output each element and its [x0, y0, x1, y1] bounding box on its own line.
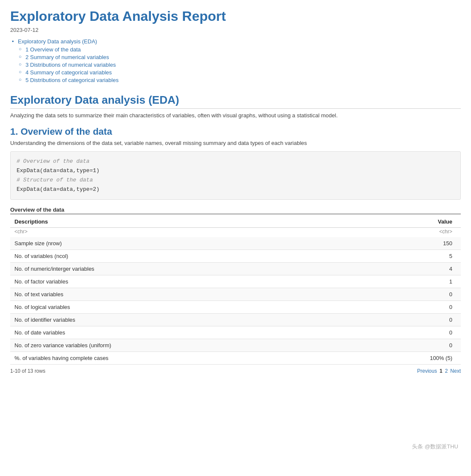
toc-sub-item-5[interactable]: 5 Distributions of categorical variables — [19, 77, 461, 83]
desc-cell: No. of logical variables — [10, 301, 371, 314]
toc-main-item[interactable]: Exploratory Data analysis (EDA) — [10, 38, 461, 45]
desc-cell: Sample size (nrow) — [10, 237, 371, 250]
desc-cell: No. of variables (ncol) — [10, 250, 371, 263]
desc-cell: No. of zero variance variables (uniform) — [10, 339, 371, 352]
col1-sub: <chr> — [10, 228, 371, 238]
col1-header: Descriptions — [10, 216, 371, 228]
col2-sub: <chr> — [371, 228, 461, 238]
desc-cell: No. of text variables — [10, 288, 371, 301]
value-cell: 0 — [371, 339, 461, 352]
table-row: %. of variables having complete cases100… — [10, 352, 461, 365]
value-cell: 0 — [371, 301, 461, 314]
code-line-2: ExpData(data=data,type=1) — [17, 167, 99, 174]
desc-cell: No. of date variables — [10, 326, 371, 339]
eda-section-desc: Analyzing the data sets to summarize the… — [10, 112, 461, 119]
value-cell: 4 — [371, 263, 461, 275]
desc-cell: No. of identifier variables — [10, 314, 371, 326]
table-row: No. of identifier variables0 — [10, 314, 461, 326]
table-row: Sample size (nrow)150 — [10, 237, 461, 250]
table-row: No. of numeric/interger variables4 — [10, 263, 461, 275]
table-row: No. of text variables0 — [10, 288, 461, 301]
overview-section-desc: Understanding the dimensions of the data… — [10, 140, 461, 146]
value-cell: 0 — [371, 326, 461, 339]
previous-link[interactable]: Previous — [417, 368, 437, 374]
value-cell: 100% (5) — [371, 352, 461, 365]
code-comment-1: # Overview of the data — [17, 158, 90, 164]
toc-sub-item-1[interactable]: 1 Overview of the data — [19, 46, 461, 53]
col2-header: Value — [371, 216, 461, 228]
code-line-4: ExpData(data=data,type=2) — [17, 186, 99, 193]
value-cell: 0 — [371, 314, 461, 326]
overview-section-title: 1. Overview of the data — [10, 126, 461, 137]
table-row: No. of logical variables0 — [10, 301, 461, 314]
current-page: 1 — [440, 368, 443, 374]
toc-sub-list: 1 Overview of the data 2 Summary of nume… — [10, 46, 461, 83]
pagination-controls[interactable]: Previous 1 2 Next — [417, 368, 461, 374]
value-cell: 5 — [371, 250, 461, 263]
value-cell: 1 — [371, 275, 461, 288]
code-block: # Overview of the data ExpData(data=data… — [10, 151, 461, 200]
pagination-row: 1-10 of 13 rows Previous 1 2 Next — [10, 368, 461, 374]
table-row: No. of factor variables1 — [10, 275, 461, 288]
toc-sub-item-4[interactable]: 4 Summary of categorical variables — [19, 69, 461, 76]
toc: Exploratory Data analysis (EDA) 1 Overvi… — [10, 38, 461, 83]
report-date: 2023-07-12 — [10, 27, 461, 33]
page-title: Exploratory Data Analysis Report — [10, 8, 461, 24]
toc-sub-item-3[interactable]: 3 Distributions of numerical variables — [19, 62, 461, 68]
value-cell: 0 — [371, 288, 461, 301]
desc-cell: No. of numeric/interger variables — [10, 263, 371, 275]
table-body: Sample size (nrow)150No. of variables (n… — [10, 237, 461, 365]
toc-sub-item-2[interactable]: 2 Summary of numerical variables — [19, 54, 461, 60]
table-label: Overview of the data — [10, 207, 461, 214]
desc-cell: %. of variables having complete cases — [10, 352, 371, 365]
pagination-range: 1-10 of 13 rows — [10, 368, 45, 374]
code-comment-2: # Structure of the data — [17, 177, 93, 183]
table-row: No. of zero variance variables (uniform)… — [10, 339, 461, 352]
desc-cell: No. of factor variables — [10, 275, 371, 288]
next-link[interactable]: Next — [450, 368, 461, 374]
eda-section-title: Exploratory Data analysis (EDA) — [10, 94, 461, 109]
value-cell: 150 — [371, 237, 461, 250]
next-page-link[interactable]: 2 — [445, 368, 448, 374]
table-row: No. of variables (ncol)5 — [10, 250, 461, 263]
table-row: No. of date variables0 — [10, 326, 461, 339]
overview-table: Descriptions Value <chr> <chr> Sample si… — [10, 216, 461, 365]
